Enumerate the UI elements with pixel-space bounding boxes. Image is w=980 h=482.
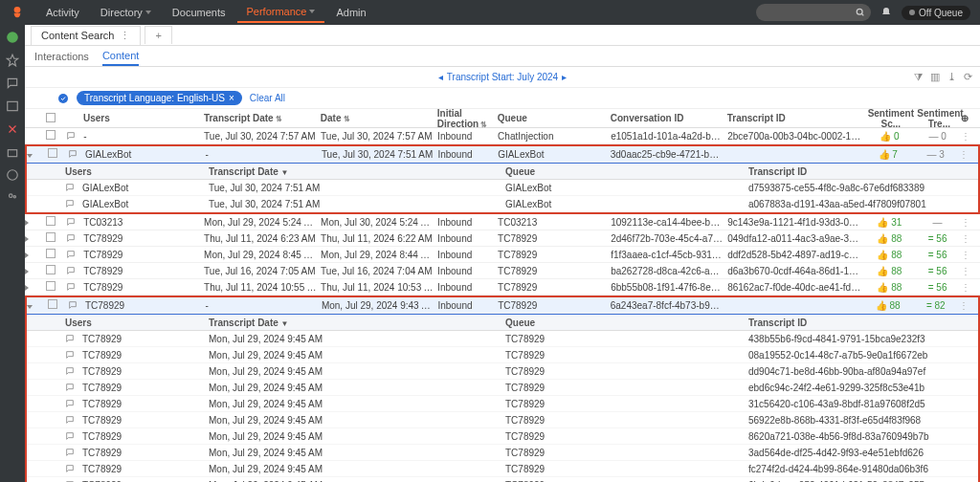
row-menu-icon[interactable]: ⋮ bbox=[959, 149, 969, 160]
expand-toggle-icon[interactable] bbox=[25, 285, 29, 291]
active-filter-icon bbox=[57, 93, 69, 104]
sub-grid-row[interactable]: GIALexBotTue, Jul 30, 2024 7:51 AMGIALex… bbox=[27, 180, 978, 196]
grid-row[interactable]: GIALexBot-Tue, Jul 30, 2024 7:51 AMInbou… bbox=[27, 146, 978, 163]
content-subtabs: InteractionsContent bbox=[25, 46, 980, 67]
transcript-start-range[interactable]: ◂ Transcript Start: July 2024 ▸ bbox=[438, 72, 567, 82]
sub-grid-row[interactable]: TC78929Mon, Jul 29, 2024 9:45 AMTC789290… bbox=[27, 347, 978, 363]
row-checkbox[interactable] bbox=[48, 148, 57, 158]
chat-row-icon bbox=[66, 266, 76, 275]
grid-row[interactable]: TC78929Thu, Jul 11, 2024 10:55 AMThu, Ju… bbox=[25, 279, 980, 296]
row-menu-icon[interactable]: ⋮ bbox=[961, 282, 970, 293]
chat-row-icon bbox=[65, 399, 75, 408]
nav-activity[interactable]: Activity bbox=[36, 2, 89, 23]
expand-toggle-icon[interactable] bbox=[27, 154, 33, 158]
row-checkbox[interactable] bbox=[46, 249, 56, 258]
sub-grid-header: UsersTranscript Date ▼QueueTranscript ID bbox=[27, 314, 978, 331]
col-sentiment-score[interactable]: Sentiment Sc... bbox=[864, 109, 917, 129]
nav-directory[interactable]: Directory bbox=[91, 2, 161, 23]
thumbs-up-icon: 👍 7 bbox=[863, 149, 912, 160]
filter-icon[interactable]: ⧩ bbox=[914, 71, 923, 83]
chat-row-icon bbox=[65, 448, 75, 457]
chat-icon[interactable] bbox=[6, 77, 19, 90]
row-checkbox[interactable] bbox=[46, 281, 56, 291]
col-users[interactable]: Users bbox=[83, 113, 204, 123]
sub-grid-row[interactable]: TC78929Mon, Jul 29, 2024 9:45 AMTC78929e… bbox=[27, 380, 978, 396]
sub-grid-row[interactable]: TC78929Mon, Jul 29, 2024 9:45 AMTC78929d… bbox=[27, 363, 978, 380]
sub-grid-row[interactable]: TC78929Mon, Jul 29, 2024 9:45 AMTC78929f… bbox=[27, 461, 978, 477]
col-transcript-date[interactable]: Transcript Date⇅ bbox=[204, 113, 321, 123]
remove-chip-icon[interactable]: × bbox=[229, 93, 234, 103]
expand-toggle-icon[interactable] bbox=[27, 305, 33, 309]
queue-status[interactable]: Off Queue bbox=[902, 6, 970, 20]
doc-tab-content-search[interactable]: Content Search ⋮ bbox=[31, 26, 141, 45]
doc-tab-menu-icon[interactable]: ⋮ bbox=[120, 30, 130, 42]
sub-grid-row[interactable]: GIALexBotTue, Jul 30, 2024 7:51 AMGIALex… bbox=[27, 196, 978, 212]
chat-row-icon bbox=[65, 334, 75, 343]
row-menu-icon[interactable]: ⋮ bbox=[961, 131, 970, 142]
row-menu-icon[interactable]: ⋮ bbox=[959, 300, 969, 311]
expand-toggle-icon[interactable] bbox=[25, 236, 29, 242]
col-direction[interactable]: Initial Direction⇅ bbox=[437, 109, 498, 129]
sub-grid-row[interactable]: TC78929Mon, Jul 29, 2024 9:45 AMTC789298… bbox=[27, 428, 978, 445]
expand-toggle-icon[interactable] bbox=[25, 252, 29, 258]
filter-chip-language[interactable]: Transcript Language: English-US× bbox=[77, 91, 242, 105]
document-tabs: Content Search ⋮ + bbox=[25, 25, 980, 46]
nav-performance[interactable]: Performance bbox=[237, 2, 325, 23]
export-icon[interactable]: ⤓ bbox=[947, 71, 956, 83]
grid-row[interactable]: -Tue, Jul 30, 2024 7:57 AMTue, Jul 30, 2… bbox=[25, 128, 980, 144]
subtab-interactions[interactable]: Interactions bbox=[34, 48, 89, 65]
nav-admin[interactable]: Admin bbox=[326, 2, 375, 23]
tools-icon[interactable] bbox=[6, 122, 19, 136]
row-menu-icon[interactable]: ⋮ bbox=[961, 233, 970, 244]
sub-grid-row[interactable]: TC78929Mon, Jul 29, 2024 9:45 AMTC789293… bbox=[27, 396, 978, 412]
row-checkbox[interactable] bbox=[46, 216, 56, 226]
subtab-content[interactable]: Content bbox=[102, 47, 140, 66]
row-checkbox[interactable] bbox=[48, 299, 57, 309]
new-tab-button[interactable]: + bbox=[145, 26, 171, 44]
chat-row-icon bbox=[66, 233, 76, 243]
sub-grid-row[interactable]: TC78929Mon, Jul 29, 2024 9:45 AMTC789295… bbox=[27, 412, 978, 428]
select-all-checkbox[interactable] bbox=[46, 113, 56, 122]
expand-toggle-icon[interactable] bbox=[25, 269, 29, 274]
col-transcript-id[interactable]: Transcript ID bbox=[727, 113, 865, 123]
expand-toggle-icon[interactable] bbox=[25, 220, 29, 226]
people-icon[interactable] bbox=[6, 191, 19, 205]
global-search[interactable] bbox=[756, 4, 871, 21]
sub-grid-header: UsersTranscript Date ▼QueueTranscript ID bbox=[27, 163, 978, 180]
col-conversation-id[interactable]: Conversation ID bbox=[611, 113, 727, 123]
col-sentiment-trend[interactable]: Sentiment Tre... bbox=[917, 109, 961, 129]
clear-all-filters[interactable]: Clear All bbox=[250, 93, 285, 103]
row-checkbox[interactable] bbox=[46, 232, 56, 242]
sub-grid-row[interactable]: TC78929Mon, Jul 29, 2024 9:45 AMTC789293… bbox=[27, 445, 978, 461]
grid-row[interactable]: TC78929Thu, Jul 11, 2024 6:23 AMThu, Jul… bbox=[25, 230, 980, 247]
star-icon[interactable] bbox=[6, 54, 19, 67]
row-checkbox[interactable] bbox=[46, 130, 56, 140]
grid-row[interactable]: TC78929Tue, Jul 16, 2024 7:05 AMTue, Jul… bbox=[25, 263, 980, 279]
grid-row[interactable]: TC78929Mon, Jul 29, 2024 8:45 AMMon, Jul… bbox=[25, 247, 980, 263]
avatar-icon[interactable] bbox=[6, 31, 19, 44]
col-date[interactable]: Date⇅ bbox=[321, 113, 437, 123]
add-column-icon[interactable]: ⊕ bbox=[961, 113, 969, 123]
inbox-icon[interactable] bbox=[6, 145, 19, 159]
nav-documents[interactable]: Documents bbox=[163, 2, 235, 23]
grid-row[interactable]: TC78929-Mon, Jul 29, 2024 9:43 AMInbound… bbox=[27, 297, 978, 314]
row-menu-icon[interactable]: ⋮ bbox=[961, 266, 970, 276]
columns-icon[interactable]: ▥ bbox=[930, 71, 940, 83]
chevron-left-icon[interactable]: ◂ bbox=[438, 72, 443, 82]
thumbs-up-icon: 👍 31 bbox=[865, 217, 914, 228]
sub-grid-row[interactable]: TC78929Mon, Jul 29, 2024 9:45 AMTC789294… bbox=[27, 331, 978, 347]
svg-point-7 bbox=[10, 194, 13, 198]
globe-icon[interactable] bbox=[6, 168, 19, 182]
row-menu-icon[interactable]: ⋮ bbox=[961, 250, 970, 260]
topbar: ActivityDirectory DocumentsPerformance A… bbox=[0, 0, 980, 25]
grid-row[interactable]: TC03213Mon, Jul 29, 2024 5:24 AMMon, Jul… bbox=[25, 214, 980, 230]
svg-point-3 bbox=[7, 32, 18, 43]
sub-grid-row[interactable]: TC78929Mon, Jul 29, 2024 9:45 AMTC789296… bbox=[27, 477, 978, 482]
notifications-icon[interactable] bbox=[880, 7, 892, 18]
col-queue[interactable]: Queue bbox=[498, 113, 611, 123]
row-checkbox[interactable] bbox=[46, 265, 56, 274]
row-menu-icon[interactable]: ⋮ bbox=[961, 217, 970, 228]
panel-icon[interactable] bbox=[6, 99, 19, 113]
chevron-right-icon[interactable]: ▸ bbox=[562, 72, 567, 82]
refresh-icon[interactable]: ⟳ bbox=[964, 71, 972, 83]
